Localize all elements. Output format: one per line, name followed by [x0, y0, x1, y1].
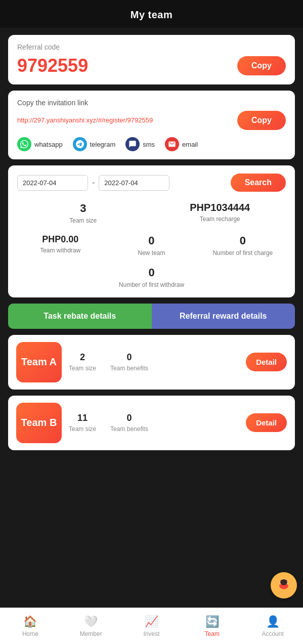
nav-account-label: Account [262, 630, 283, 637]
nav-home-label: Home [22, 630, 38, 637]
date-to-input[interactable] [99, 175, 169, 191]
social-telegram[interactable]: telegram [73, 137, 116, 151]
team-b-card: Team B 11 Team size 0 Team benefits Deta… [8, 396, 295, 450]
search-button[interactable]: Search [231, 174, 286, 192]
stats-grid-row1: 3 Team size PHP1034444 Team recharge [17, 202, 286, 225]
date-separator: - [92, 178, 95, 187]
social-whatsapp[interactable]: whatsapp [17, 137, 63, 151]
stat-team-withdraw-label: Team withdraw [17, 247, 103, 255]
referral-code-label: Referral code [17, 43, 286, 51]
whatsapp-icon [17, 137, 31, 151]
stat-team-withdraw: PHP0.00 Team withdraw [17, 234, 103, 257]
social-sms[interactable]: sms [125, 137, 155, 151]
whatsapp-label: whatsapp [34, 141, 63, 148]
stat-first-withdraw: 0 Number of first withdraw [17, 266, 286, 289]
sms-icon [125, 137, 140, 151]
nav-team[interactable]: 🔄 Team [182, 608, 242, 644]
main-content: Referral code 9792559 Copy Copy the invi… [0, 28, 303, 491]
member-icon: 🤍 [84, 615, 98, 628]
sms-label: sms [143, 141, 155, 148]
stats-card: - Search 3 Team size PHP1034444 Team rec… [8, 165, 295, 297]
account-icon: 👤 [266, 615, 280, 628]
team-b-size-label: Team size [69, 425, 96, 433]
email-label: email [182, 141, 198, 148]
page-title: My team [131, 9, 173, 20]
support-bubble[interactable] [271, 572, 297, 598]
bottom-nav: 🏠 Home 🤍 Member 📈 Invest 🔄 Team 👤 Accoun… [0, 608, 303, 644]
nav-account[interactable]: 👤 Account [242, 608, 303, 644]
tab-referral-reward[interactable]: Referral reward details [152, 304, 295, 329]
stat-team-size: 3 Team size [17, 202, 149, 225]
nav-member-label: Member [80, 630, 102, 637]
team-a-size: 2 Team size [69, 352, 96, 372]
stat-new-team-value: 0 [108, 234, 194, 247]
tab-row: Task rebate details Referral reward deta… [8, 304, 295, 329]
date-from-input[interactable] [17, 175, 88, 191]
email-icon [165, 137, 179, 151]
nav-invest[interactable]: 📈 Invest [121, 608, 182, 644]
nav-member[interactable]: 🤍 Member [61, 608, 121, 644]
stats-grid-row3: 0 Number of first withdraw [17, 266, 286, 289]
team-a-badge: Team A [16, 342, 62, 382]
telegram-label: telegram [90, 141, 116, 148]
stat-new-team-label: New team [108, 249, 194, 257]
team-b-benefits-value: 0 [110, 413, 148, 423]
referral-code-card: Referral code 9792559 Copy [8, 35, 295, 84]
nav-home[interactable]: 🏠 Home [0, 608, 61, 644]
team-b-stats: 11 Team size 0 Team benefits [69, 413, 239, 433]
social-row: whatsapp telegram sms email [17, 137, 286, 151]
stat-team-withdraw-value: PHP0.00 [17, 234, 103, 245]
stat-team-size-label: Team size [17, 217, 149, 225]
invite-link-text: http://297.yanshiyanshi.xyz/#/register/9… [17, 116, 231, 125]
copy-code-button[interactable]: Copy [237, 56, 286, 75]
stat-team-size-value: 3 [17, 202, 149, 215]
copy-link-button[interactable]: Copy [237, 111, 286, 130]
telegram-icon [73, 137, 87, 151]
stat-first-withdraw-value: 0 [17, 266, 286, 279]
stat-first-charge-label: Number of first charge [200, 249, 286, 257]
team-a-detail-button[interactable]: Detail [246, 353, 287, 371]
stat-team-recharge-label: Team recharge [154, 216, 286, 224]
team-a-benefits-label: Team benefits [110, 365, 148, 372]
invite-row: http://297.yanshiyanshi.xyz/#/register/9… [17, 111, 286, 130]
team-icon: 🔄 [205, 615, 219, 628]
referral-code-value: 9792559 [17, 55, 88, 76]
social-email[interactable]: email [165, 137, 198, 151]
team-b-size-value: 11 [69, 413, 96, 423]
team-a-stats: 2 Team size 0 Team benefits [69, 352, 239, 372]
date-row: - Search [17, 174, 286, 192]
invest-icon: 📈 [145, 615, 158, 628]
stats-grid-row2: PHP0.00 Team withdraw 0 New team 0 Numbe… [17, 234, 286, 257]
team-a-benefits-value: 0 [110, 352, 148, 363]
stat-first-charge: 0 Number of first charge [200, 234, 286, 257]
home-icon: 🏠 [23, 615, 37, 628]
stat-new-team: 0 New team [108, 234, 194, 257]
team-a-size-label: Team size [69, 365, 96, 372]
page-header: My team [0, 0, 303, 28]
team-b-size: 11 Team size [69, 413, 96, 433]
tab-task-rebate[interactable]: Task rebate details [8, 304, 152, 329]
team-b-benefits: 0 Team benefits [110, 413, 148, 433]
invite-label: Copy the invitation link [17, 99, 286, 107]
stat-first-withdraw-label: Number of first withdraw [17, 281, 286, 289]
stat-team-recharge: PHP1034444 Team recharge [154, 202, 286, 225]
team-a-card: Team A 2 Team size 0 Team benefits Detai… [8, 335, 295, 390]
stat-first-charge-value: 0 [200, 234, 286, 247]
nav-invest-label: Invest [143, 630, 159, 637]
referral-code-row: 9792559 Copy [17, 55, 286, 76]
stat-team-recharge-value: PHP1034444 [154, 202, 286, 213]
nav-team-label: Team [205, 630, 220, 637]
invite-link-card: Copy the invitation link http://297.yans… [8, 91, 295, 159]
team-b-detail-button[interactable]: Detail [246, 413, 287, 432]
team-b-badge: Team B [16, 403, 62, 443]
team-a-size-value: 2 [69, 352, 96, 363]
team-b-benefits-label: Team benefits [110, 425, 148, 433]
team-a-benefits: 0 Team benefits [110, 352, 148, 372]
